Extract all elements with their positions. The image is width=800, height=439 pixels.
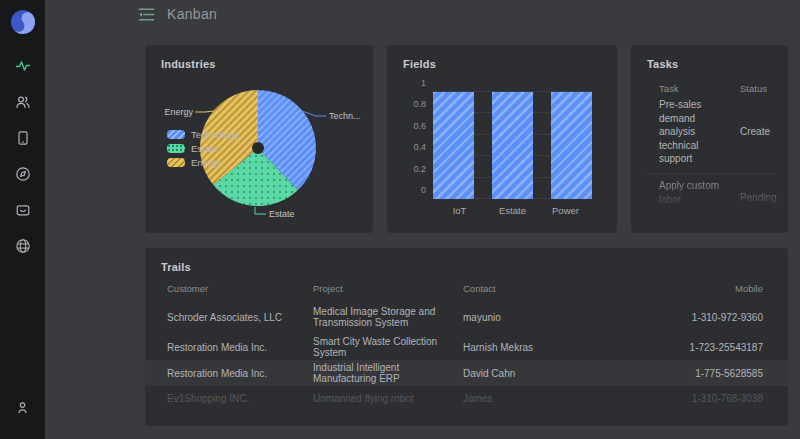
- y-axis-tick: 0: [421, 185, 426, 195]
- cell-project: Unmanned flying robot: [313, 393, 463, 404]
- technology-swatch-icon: [167, 130, 185, 139]
- task-name: Pre-sales demand analysis technical supp…: [659, 98, 731, 166]
- tasks-col-task: Task: [659, 83, 679, 94]
- cell-mobile: 1-723-25543187: [635, 342, 763, 353]
- bar-x-axis-labels: IoTEstatePower: [433, 205, 592, 216]
- cell-project: Smart City Waste Collection System: [313, 336, 463, 358]
- sidebar-item-explore[interactable]: [8, 156, 38, 192]
- cell-contact: mayunio: [463, 312, 635, 323]
- pie-callout-energy: Energy: [159, 107, 193, 117]
- task-status: Pending: [740, 191, 777, 205]
- fields-bar-chart: 00.20.40.60.81: [433, 92, 592, 199]
- energy-swatch-icon: [167, 158, 185, 167]
- y-axis-tick: 0.2: [413, 164, 426, 174]
- inbox-icon: [15, 202, 31, 218]
- users-icon: [15, 94, 31, 110]
- y-axis-tick: 0.8: [413, 99, 426, 109]
- table-row[interactable]: Restoration Media Inc. Industrial Intell…: [145, 360, 788, 386]
- legend-label: Technology: [191, 129, 239, 140]
- sidebar: [0, 0, 45, 439]
- page-title: Kanban: [167, 6, 217, 22]
- sidebar-item-profile[interactable]: [8, 389, 38, 425]
- top-header: Kanban: [45, 0, 800, 30]
- legend-item-estate[interactable]: Estate: [167, 143, 239, 153]
- globe-icon: [15, 238, 31, 254]
- activity-icon: [15, 58, 31, 74]
- cell-project: Medical Image Storage and Transmission S…: [313, 306, 463, 328]
- x-axis-label: Power: [539, 205, 592, 216]
- legend-label: Energy: [191, 157, 221, 168]
- bar-power: [551, 92, 592, 199]
- estate-swatch-icon: [167, 144, 185, 153]
- fields-card: Fields 00.20.40.60.81 IoTEstatePower: [387, 45, 617, 233]
- menu-fold-icon[interactable]: [138, 7, 156, 23]
- trails-col-project: Project: [313, 283, 463, 294]
- legend-item-energy[interactable]: Energy: [167, 157, 239, 167]
- pie-callout-estate: Estate: [269, 209, 295, 219]
- tasks-table-header: Task Status: [659, 83, 774, 94]
- divider: [647, 173, 776, 174]
- trails-table-header: Customer Project Contact Mobile: [145, 281, 788, 295]
- trails-col-mobile: Mobile: [635, 283, 763, 294]
- sidebar-item-web[interactable]: [8, 228, 38, 264]
- table-row[interactable]: Ev1Shopping INC. Unmanned flying robot J…: [145, 386, 788, 411]
- user-icon: [15, 400, 30, 415]
- y-axis-tick: 0.4: [413, 142, 426, 152]
- cell-mobile: 1-775-5628585: [635, 368, 763, 379]
- sidebar-item-inbox[interactable]: [8, 192, 38, 228]
- tasks-col-status: Status: [740, 83, 767, 94]
- legend-label: Estate: [191, 143, 218, 154]
- sidebar-item-devices[interactable]: [8, 120, 38, 156]
- tasks-card: Tasks Task Status Pre-sales demand analy…: [631, 45, 788, 233]
- table-row[interactable]: Schroder Associates, LLC Medical Image S…: [145, 300, 788, 334]
- y-axis-tick: 1: [421, 78, 426, 88]
- cell-mobile: 1-310-768-3038: [635, 393, 763, 404]
- task-row: Pre-sales demand analysis technical supp…: [659, 98, 778, 166]
- cell-customer: Restoration Media Inc.: [167, 342, 313, 353]
- cell-contact: James: [463, 393, 635, 404]
- task-name: Apply custom labor: [659, 179, 731, 206]
- tasks-card-title: Tasks: [647, 58, 678, 70]
- sidebar-item-users[interactable]: [8, 84, 38, 120]
- trails-col-contact: Contact: [463, 283, 635, 294]
- legend-item-technology[interactable]: Technology: [167, 129, 239, 139]
- trails-card-title: Trails: [161, 261, 191, 273]
- fields-card-title: Fields: [403, 58, 436, 70]
- app-logo[interactable]: [9, 8, 37, 36]
- cell-project: Industrial Intelligent Manufacturing ERP: [313, 362, 463, 384]
- y-axis-tick: 0.6: [413, 121, 426, 131]
- x-axis-label: Estate: [486, 205, 539, 216]
- cell-customer: Ev1Shopping INC.: [167, 393, 313, 404]
- compass-icon: [15, 166, 31, 182]
- x-axis-label: IoT: [433, 205, 486, 216]
- cell-contact: Harnish Mekras: [463, 342, 635, 353]
- cell-contact: David Cahn: [463, 368, 635, 379]
- trails-col-customer: Customer: [167, 283, 313, 294]
- pie-callout-technology: Techn...: [329, 111, 361, 121]
- bar-estate: [492, 92, 533, 199]
- cell-mobile: 1-310-972-9360: [635, 312, 763, 323]
- task-status: Create: [740, 125, 770, 139]
- task-row: Apply custom labor Pending: [659, 179, 778, 206]
- bar-iot: [433, 92, 474, 199]
- cell-customer: Schroder Associates, LLC: [167, 312, 313, 323]
- industries-card: Industries Energy Techn... Estate Te: [145, 45, 373, 233]
- trails-card: Trails Customer Project Contact Mobile S…: [145, 248, 788, 426]
- tablet-icon: [15, 130, 31, 146]
- trails-table-body: Schroder Associates, LLC Medical Image S…: [145, 300, 788, 411]
- cell-customer: Restoration Media Inc.: [167, 368, 313, 379]
- pie-legend: Technology Estate Energy: [167, 129, 239, 167]
- table-row[interactable]: Restoration Media Inc. Smart City Waste …: [145, 334, 788, 360]
- sidebar-item-dashboard[interactable]: [8, 48, 38, 84]
